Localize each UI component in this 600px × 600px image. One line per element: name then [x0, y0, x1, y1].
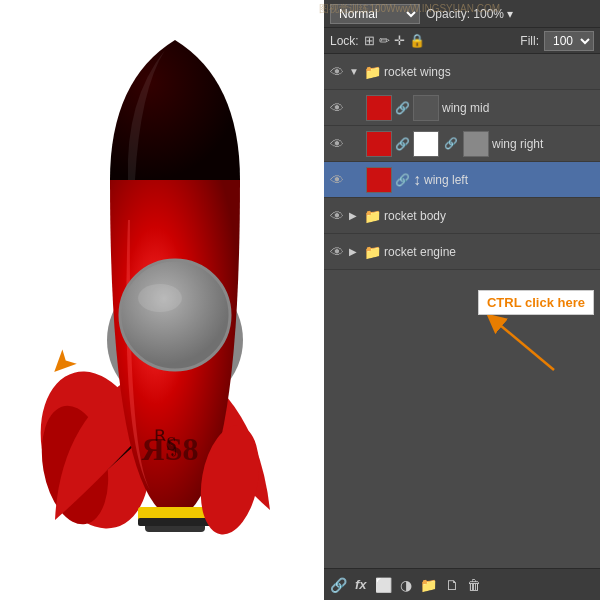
layer-name-wing-mid: wing mid — [442, 101, 596, 115]
bottom-toolbar: 🔗 fx ⬜ ◑ 📁 🗋 🗑 — [324, 568, 600, 600]
lock-move-icon[interactable]: ✛ — [394, 33, 405, 48]
thumb3-wing-right — [463, 131, 489, 157]
thumb-wing-mid — [366, 95, 392, 121]
svg-text:ЯS8: ЯS8 — [142, 431, 199, 467]
svg-rect-10 — [138, 518, 212, 526]
lock-position-icon[interactable]: ⊞ — [364, 33, 375, 48]
visibility-icon-rocket-engine[interactable]: 👁 — [328, 243, 346, 261]
chain-icon-wing-mid: 🔗 — [395, 101, 410, 115]
expand-icon-rocket-engine[interactable]: ▶ — [349, 246, 361, 257]
adjust-toolbar-icon[interactable]: ◑ — [400, 577, 412, 593]
layer-row-rocket-wings[interactable]: 👁 ▼ 📁 rocket wings — [324, 54, 600, 90]
layer-name-rocket-wings: rocket wings — [384, 65, 596, 79]
layer-name-wing-right: wing right — [492, 137, 596, 151]
callout-arrow-svg — [484, 315, 564, 375]
cursor-icon-wing-left: ↕ — [413, 171, 421, 189]
link-toolbar-icon[interactable]: 🔗 — [330, 577, 347, 593]
chain-icon-wing-left: 🔗 — [395, 173, 410, 187]
thumb-wing-right — [366, 131, 392, 157]
layer-row-rocket-body[interactable]: 👁 ▶ 📁 rocket body — [324, 198, 600, 234]
thumb-wing-left — [366, 167, 392, 193]
layer-name-rocket-body: rocket body — [384, 209, 596, 223]
visibility-icon-wing-left[interactable]: 👁 — [328, 171, 346, 189]
svg-line-12 — [494, 320, 554, 370]
lock-label: Lock: — [330, 34, 359, 48]
fill-label: Fill: — [520, 34, 539, 48]
rocket-illustration: ᴿᶊ ЯS8 ➤ — [0, 0, 330, 600]
layer-name-wing-left: wing left — [424, 173, 596, 187]
expand-icon-rocket-wings[interactable]: ▼ — [349, 66, 361, 77]
layer-row-rocket-engine[interactable]: 👁 ▶ 📁 rocket engine — [324, 234, 600, 270]
chain-icon-wing-right: 🔗 — [395, 137, 410, 151]
delete-toolbar-icon[interactable]: 🗑 — [467, 577, 481, 593]
link2-wing-right: 🔗 — [444, 137, 458, 150]
thumb2-wing-right — [413, 131, 439, 157]
visibility-icon-rocket-body[interactable]: 👁 — [328, 207, 346, 225]
lock-all-icon[interactable]: 🔒 — [409, 33, 425, 48]
fill-select[interactable]: 100% — [544, 31, 594, 51]
expand-icon-rocket-body[interactable]: ▶ — [349, 210, 361, 221]
lock-icons: ⊞ ✏ ✛ 🔒 — [364, 33, 425, 48]
layer-row-wing-left[interactable]: 👁 🔗 ↕ wing left — [324, 162, 600, 198]
fx-toolbar-icon[interactable]: fx — [355, 577, 367, 592]
layer-name-rocket-engine: rocket engine — [384, 245, 596, 259]
blend-bar: Normal Opacity: 100% ▾ — [324, 0, 600, 28]
folder-icon-rocket-wings: 📁 — [364, 64, 381, 80]
mask-toolbar-icon[interactable]: ⬜ — [375, 577, 392, 593]
folder-icon-rocket-body: 📁 — [364, 208, 381, 224]
visibility-icon-wing-mid[interactable]: 👁 — [328, 99, 346, 117]
callout-box: CTRL click here — [478, 290, 594, 375]
rocket-svg: ᴿᶊ ЯS8 — [20, 20, 310, 580]
folder-icon-rocket-engine: 📁 — [364, 244, 381, 260]
layer-row-wing-mid[interactable]: 👁 🔗 wing mid — [324, 90, 600, 126]
callout-text: CTRL click here — [478, 290, 594, 315]
lock-bar: Lock: ⊞ ✏ ✛ 🔒 Fill: 100% — [324, 28, 600, 54]
thumb2-wing-mid — [413, 95, 439, 121]
visibility-icon-rocket-wings[interactable]: 👁 — [328, 63, 346, 81]
lock-pixels-icon[interactable]: ✏ — [379, 33, 390, 48]
opacity-label: Opacity: 100% ▾ — [426, 7, 513, 21]
layer-row-wing-right[interactable]: 👁 🔗 🔗 wing right — [324, 126, 600, 162]
folder-toolbar-icon[interactable]: 📁 — [420, 577, 437, 593]
visibility-icon-wing-right[interactable]: 👁 — [328, 135, 346, 153]
svg-point-5 — [138, 284, 182, 312]
blend-mode-select[interactable]: Normal — [330, 4, 420, 24]
newlayer-toolbar-icon[interactable]: 🗋 — [445, 577, 459, 593]
